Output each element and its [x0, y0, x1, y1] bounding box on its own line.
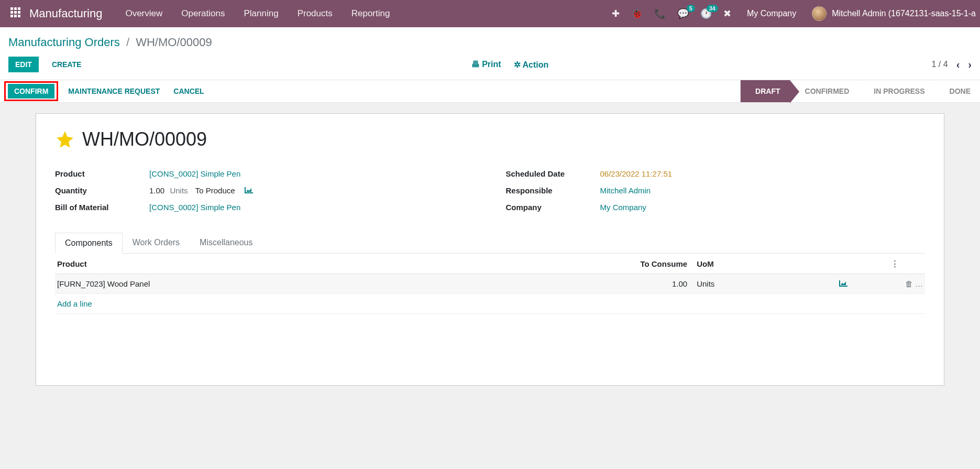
top-nav: Manufacturing Overview Operations Planni… [0, 0, 980, 27]
forecast-icon[interactable] [245, 187, 253, 195]
nav-operations[interactable]: Operations [173, 4, 233, 23]
status-bar: Confirm Maintenance Request Cancel Draft… [0, 80, 980, 103]
avatar [812, 6, 827, 21]
nav-reporting[interactable]: Reporting [343, 4, 399, 23]
messages-icon[interactable]: 💬5 [677, 8, 689, 19]
clock-icon[interactable]: 🕐34 [700, 8, 712, 19]
status-step-inprogress[interactable]: In Progress [858, 80, 934, 102]
phone-icon[interactable]: 📞 [654, 8, 666, 19]
bom-label: Bill of Material [55, 203, 149, 212]
quantity-value: 1.00 Units To Produce [149, 186, 253, 195]
col-options-icon[interactable]: ⋮ [889, 254, 925, 274]
breadcrumb: Manufacturing Orders / WH/MO/00009 [8, 36, 972, 49]
scheduled-label: Scheduled Date [506, 169, 600, 178]
row-uom: Units [689, 274, 798, 294]
responsible-value[interactable]: Mitchell Admin [600, 186, 651, 195]
field-quantity: Quantity 1.00 Units To Produce [55, 182, 475, 199]
tab-miscellaneous[interactable]: Miscellaneous [190, 232, 262, 253]
table-row[interactable]: [FURN_7023] Wood Panel 1.00 Units 🗑 … [55, 274, 925, 294]
status-step-draft[interactable]: Draft [740, 80, 789, 102]
tabs: Components Work Orders Miscellaneous [55, 232, 925, 254]
action-button[interactable]: ✲ Action [514, 60, 549, 70]
field-bom: Bill of Material [CONS_0002] Simple Pen [55, 199, 475, 215]
status-step-confirmed[interactable]: Confirmed [790, 80, 859, 102]
nav-planning[interactable]: Planning [235, 4, 287, 23]
maintenance-button[interactable]: Maintenance Request [61, 83, 167, 99]
star-icon[interactable] [55, 129, 75, 149]
control-panel: Manufacturing Orders / WH/MO/00009 Edit … [0, 27, 980, 80]
field-company: Company My Company [506, 199, 926, 215]
components-table: Product To Consume UoM ⋮ [FURN_7023] Woo… [55, 254, 925, 314]
tab-components[interactable]: Components [55, 233, 123, 254]
plus-icon[interactable]: ✚ [612, 8, 620, 19]
pager[interactable]: 1 / 4 [932, 60, 948, 69]
nav-overview[interactable]: Overview [117, 4, 171, 23]
apps-icon[interactable] [10, 7, 23, 20]
record-title: WH/MO/00009 [82, 128, 207, 150]
company-selector[interactable]: My Company [747, 9, 796, 18]
field-responsible: Responsible Mitchell Admin [506, 182, 926, 199]
company-value[interactable]: My Company [600, 203, 646, 212]
col-product: Product [55, 254, 599, 274]
print-button[interactable]: 🖶 Print [471, 60, 501, 70]
confirm-button[interactable]: Confirm [8, 84, 54, 99]
cancel-button[interactable]: Cancel [167, 83, 211, 99]
row-product: [FURN_7023] Wood Panel [55, 274, 599, 294]
messages-badge: 5 [687, 5, 695, 12]
quantity-label: Quantity [55, 186, 149, 195]
scheduled-value: 06/23/2022 11:27:51 [600, 169, 673, 178]
user-name: Mitchell Admin (16742131-saas-15-1-a [832, 9, 976, 18]
add-line-row[interactable]: Add a line [55, 294, 925, 314]
nav-right: ✚ 🐞 📞 💬5 🕐34 ✖ My Company Mitchell Admin… [612, 6, 976, 21]
confirm-highlight: Confirm [4, 81, 58, 101]
field-scheduled: Scheduled Date 06/23/2022 11:27:51 [506, 165, 926, 182]
breadcrumb-current: WH/MO/00009 [136, 36, 212, 49]
create-button[interactable]: Create [45, 57, 89, 72]
pager-next-icon[interactable]: › [968, 59, 972, 71]
col-uom: UoM [689, 254, 798, 274]
tools-icon[interactable]: ✖ [723, 8, 731, 19]
pager-prev-icon[interactable]: ‹ [956, 59, 960, 71]
row-delete-icon[interactable]: 🗑 … [889, 274, 925, 294]
add-line[interactable]: Add a line [55, 294, 925, 314]
nav-menu: Overview Operations Planning Products Re… [117, 4, 398, 23]
row-forecast-icon[interactable] [798, 274, 889, 294]
row-to-consume: 1.00 [599, 274, 689, 294]
app-title[interactable]: Manufacturing [29, 7, 102, 20]
company-label: Company [506, 203, 600, 212]
bom-value[interactable]: [CONS_0002] Simple Pen [149, 203, 240, 212]
title-row: WH/MO/00009 [55, 128, 925, 150]
responsible-label: Responsible [506, 186, 600, 195]
fields-grid: Product [CONS_0002] Simple Pen Quantity … [55, 165, 925, 215]
edit-button[interactable]: Edit [8, 57, 39, 72]
breadcrumb-parent[interactable]: Manufacturing Orders [8, 36, 120, 49]
product-label: Product [55, 169, 149, 178]
activities-badge: 34 [707, 5, 718, 12]
form-sheet: WH/MO/00009 Product [CONS_0002] Simple P… [36, 113, 944, 386]
field-product: Product [CONS_0002] Simple Pen [55, 165, 475, 182]
breadcrumb-sep: / [126, 36, 129, 49]
tab-work-orders[interactable]: Work Orders [123, 232, 190, 253]
nav-products[interactable]: Products [289, 4, 341, 23]
bug-icon[interactable]: 🐞 [631, 8, 643, 19]
product-value[interactable]: [CONS_0002] Simple Pen [149, 169, 240, 178]
table-header-row: Product To Consume UoM ⋮ [55, 254, 925, 274]
form-wrap: WH/MO/00009 Product [CONS_0002] Simple P… [0, 103, 980, 396]
col-to-consume: To Consume [599, 254, 689, 274]
user-menu[interactable]: Mitchell Admin (16742131-saas-15-1-a [812, 6, 976, 21]
